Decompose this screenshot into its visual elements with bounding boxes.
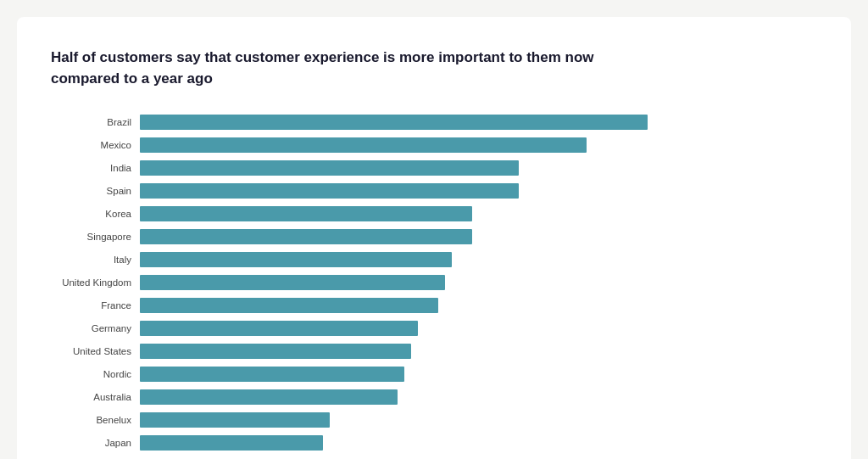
chart-area: BrazilMexicoIndiaSpainKoreaSingaporeItal… (51, 113, 817, 456)
bar-row: France (51, 296, 817, 315)
bar-label: Singapore (51, 232, 140, 242)
bar-fill (140, 252, 452, 267)
bar-label: Mexico (51, 140, 140, 150)
bar-track (140, 206, 817, 221)
bar-row: Mexico (51, 136, 817, 154)
bar-row: India (51, 159, 817, 177)
bar-track (140, 229, 817, 244)
bar-label: France (51, 300, 140, 311)
bar-row: United States (51, 342, 817, 361)
bar-fill (140, 298, 438, 313)
bar-label: Brazil (51, 117, 140, 127)
bar-fill (140, 137, 587, 153)
bar-track (140, 252, 817, 267)
bar-track (140, 160, 817, 176)
bar-track (140, 435, 817, 451)
bar-track (140, 183, 817, 199)
bar-label: United Kingdom (51, 277, 140, 288)
bar-row: Germany (51, 319, 817, 338)
bar-row: Italy (51, 250, 817, 269)
bar-fill (140, 115, 648, 130)
bar-fill (140, 435, 323, 451)
bar-label: Italy (51, 255, 140, 265)
chart-title: Half of customers say that customer expe… (51, 48, 627, 89)
bar-track (140, 344, 817, 359)
bar-track (140, 275, 817, 290)
bar-fill (140, 183, 519, 199)
bar-track (140, 412, 817, 428)
bar-track (140, 137, 817, 153)
bar-row: Singapore (51, 227, 817, 246)
bar-row: Nordic (51, 365, 817, 383)
bar-label: Nordic (51, 369, 140, 379)
bar-track (140, 389, 817, 405)
bar-track (140, 321, 817, 336)
bar-row: Benelux (51, 411, 817, 429)
bar-label: India (51, 163, 140, 173)
bar-label: Spain (51, 186, 140, 196)
bar-fill (140, 344, 411, 359)
bar-row: Spain (51, 182, 817, 200)
bar-fill (140, 160, 519, 176)
bar-fill (140, 389, 398, 405)
bar-label: United States (51, 346, 140, 356)
bar-track (140, 115, 817, 130)
bar-track (140, 298, 817, 313)
bar-label: Korea (51, 209, 140, 219)
bar-label: Benelux (51, 415, 140, 425)
bar-fill (140, 367, 404, 382)
bar-row: United Kingdom (51, 273, 817, 292)
bar-fill (140, 275, 445, 290)
bar-row: Australia (51, 388, 817, 406)
bar-track (140, 367, 817, 382)
bar-row: Japan (51, 434, 817, 452)
bar-fill (140, 412, 330, 428)
bar-row: Korea (51, 204, 817, 223)
bar-fill (140, 229, 472, 244)
bar-fill (140, 206, 472, 221)
bar-label: Japan (51, 438, 140, 448)
bar-fill (140, 321, 418, 336)
bar-row: Brazil (51, 113, 817, 132)
bar-label: Australia (51, 392, 140, 402)
bar-label: Germany (51, 323, 140, 333)
chart-container: Half of customers say that customer expe… (17, 17, 851, 459)
